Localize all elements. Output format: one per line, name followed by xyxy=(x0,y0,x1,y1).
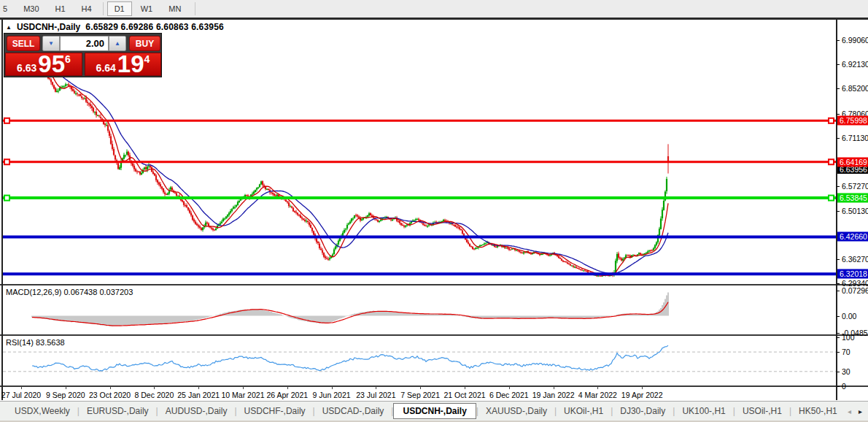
ohlc-values: 6.65829 6.69286 6.60863 6.63956 xyxy=(85,22,224,32)
date-label: 9 Sep 2020 xyxy=(46,391,85,399)
level-price-badge-6.32018: 6.32018 xyxy=(837,269,868,279)
macd-panel-separator[interactable] xyxy=(0,284,868,285)
tab-ukoil-h1[interactable]: UKOil-,H1 xyxy=(557,403,611,419)
date-tick xyxy=(243,386,244,389)
date-tick xyxy=(597,386,598,389)
date-label: 9 Jun 2021 xyxy=(313,391,351,399)
rsi-label: RSI(14) 83.5638 xyxy=(6,338,65,347)
level-handle-right[interactable] xyxy=(829,118,834,123)
tab-usoil-h1[interactable]: USOil-,H1 xyxy=(735,403,789,419)
tab-dj30-daily[interactable]: DJ30-,Daily xyxy=(613,403,673,419)
price-tick-6.71130: 6.71130 xyxy=(842,134,868,142)
rsi-tick-0: 0 xyxy=(842,382,846,391)
trade-panel-controls: SELL ▼ 2.00 ▲ BUY xyxy=(4,36,161,51)
timeframe-button-W1[interactable]: W1 xyxy=(133,1,160,16)
date-tick xyxy=(509,386,510,389)
tab-usdcnh-daily[interactable]: USDCNH-,Daily xyxy=(393,403,476,419)
tab-scroll-left-icon[interactable]: ◂ xyxy=(848,407,851,415)
volume-increase-button[interactable]: ▲ xyxy=(109,36,126,51)
timeframe-toolbar: 5M30H1H4D1W1MN xyxy=(0,0,868,18)
chart-header: ▲ USDCNH-,Daily 6.65829 6.69286 6.60863 … xyxy=(6,22,224,32)
tabs-holder: USDX,Weekly|EURUSD-,Daily|AUDUSD-,Daily|… xyxy=(7,403,845,419)
date-tick xyxy=(198,386,199,389)
ma-slow-line xyxy=(61,76,668,275)
date-tick xyxy=(465,386,465,389)
axis-tick xyxy=(837,283,840,284)
macd-tick-0.00: 0.00 xyxy=(842,312,856,321)
price-tick-6.99060: 6.99060 xyxy=(842,36,868,45)
timeframe-button-MN[interactable]: MN xyxy=(161,1,188,16)
axis-tick xyxy=(837,64,840,65)
rsi-tick-100: 100 xyxy=(842,333,855,342)
tab-audusd-daily[interactable]: AUDUSD-,Daily xyxy=(158,403,235,419)
date-tick xyxy=(332,386,333,389)
candles-up-wicks xyxy=(57,83,667,277)
timeframe-button-H1[interactable]: H1 xyxy=(48,1,73,16)
date-label: 4 Mar 2022 xyxy=(578,391,617,399)
price-tick-6.36270: 6.36270 xyxy=(842,255,868,264)
tab-scroll-right-icon[interactable]: ▸ xyxy=(859,407,862,415)
buy-button[interactable]: BUY xyxy=(129,36,160,51)
timeframe-button-H4[interactable]: H4 xyxy=(74,1,99,16)
collapse-panel-icon[interactable]: ▲ xyxy=(6,24,12,31)
axis-tick xyxy=(837,88,840,89)
level-price-badge-6.75998: 6.75998 xyxy=(837,116,868,126)
buy-price-prefix: 6.64 xyxy=(96,62,116,74)
chart-tabbar: USDX,Weekly|EURUSD-,Daily|AUDUSD-,Daily|… xyxy=(0,402,868,421)
rsi-tick-70: 70 xyxy=(842,348,850,356)
price-tick-6.85200: 6.85200 xyxy=(842,84,868,93)
date-tick xyxy=(154,386,155,389)
axis-tick xyxy=(837,114,840,115)
level-price-badge-6.64169: 6.64169 xyxy=(837,157,868,166)
price-tick-6.57270: 6.57270 xyxy=(842,182,868,191)
tab-scroll-arrows: ◂ ▸ xyxy=(848,407,862,415)
axis-tick xyxy=(837,372,840,372)
sell-button[interactable]: SELL xyxy=(7,36,40,51)
buy-price-quote[interactable]: 6.64 19 4 xyxy=(85,53,161,76)
date-label: 23 Oct 2020 xyxy=(89,391,131,399)
tab-usdx-weekly[interactable]: USDX,Weekly xyxy=(7,403,77,419)
tab-xauusd-daily[interactable]: XAUUSD-,Daily xyxy=(478,403,554,419)
date-tick xyxy=(287,386,288,389)
level-handle-left[interactable] xyxy=(4,118,9,123)
tab-eurusd-daily[interactable]: EURUSD-,Daily xyxy=(80,403,156,419)
tab-usdchf-daily[interactable]: USDCHF-,Daily xyxy=(237,403,313,419)
tab-hk50-h1[interactable]: HK50-,H1 xyxy=(791,403,845,419)
level-handle-right[interactable] xyxy=(829,159,834,164)
date-label: 27 Jul 2020 xyxy=(1,391,41,399)
rsi-panel-separator[interactable] xyxy=(0,334,868,336)
macd-histogram xyxy=(32,293,668,326)
trading-platform-window: 5M30H1H4D1W1MN ▲ USDCNH-,Daily 6.65829 6… xyxy=(0,0,868,422)
timeframe-button-M30[interactable]: M30 xyxy=(16,1,46,16)
date-label: 19 Apr 2022 xyxy=(621,391,663,399)
date-label: 6 Dec 2021 xyxy=(489,391,529,399)
one-click-trade-panel: SELL ▼ 2.00 ▲ BUY 6.63 95 6 6.64 19 4 xyxy=(4,33,162,77)
level-price-badge-6.42660: 6.42660 xyxy=(837,232,868,242)
level-handle-right[interactable] xyxy=(829,196,834,201)
tab-uk100-h1[interactable]: UK100-,H1 xyxy=(675,403,732,419)
volume-decrease-button[interactable]: ▼ xyxy=(42,36,60,51)
date-tick xyxy=(21,386,22,389)
rsi-line xyxy=(32,345,668,371)
date-axis-separator xyxy=(0,385,868,387)
buy-price-pip-digit: 4 xyxy=(144,54,150,64)
timeframe-button-D1[interactable]: D1 xyxy=(107,1,132,16)
timeframe-button-5[interactable]: 5 xyxy=(1,1,15,16)
tab-usdcad-daily[interactable]: USDCAD-,Daily xyxy=(315,403,392,419)
rsi-indicator-chart xyxy=(0,336,837,385)
axis-tick xyxy=(837,259,840,260)
axis-tick xyxy=(837,386,840,387)
axis-tick xyxy=(837,316,840,317)
volume-input[interactable]: 2.00 xyxy=(60,36,109,51)
date-label: 7 Sep 2021 xyxy=(400,391,440,399)
axis-tick xyxy=(837,211,840,212)
level-handle-left[interactable] xyxy=(4,159,9,164)
date-tick xyxy=(642,386,643,389)
axis-tick xyxy=(837,291,840,291)
sell-price-prefix: 6.63 xyxy=(17,62,36,74)
level-handle-left[interactable] xyxy=(4,196,9,201)
sell-price-quote[interactable]: 6.63 95 6 xyxy=(5,53,82,76)
toolbar-separator xyxy=(103,2,104,15)
price-tick-6.92130: 6.92130 xyxy=(842,60,868,69)
axis-tick xyxy=(837,333,840,334)
